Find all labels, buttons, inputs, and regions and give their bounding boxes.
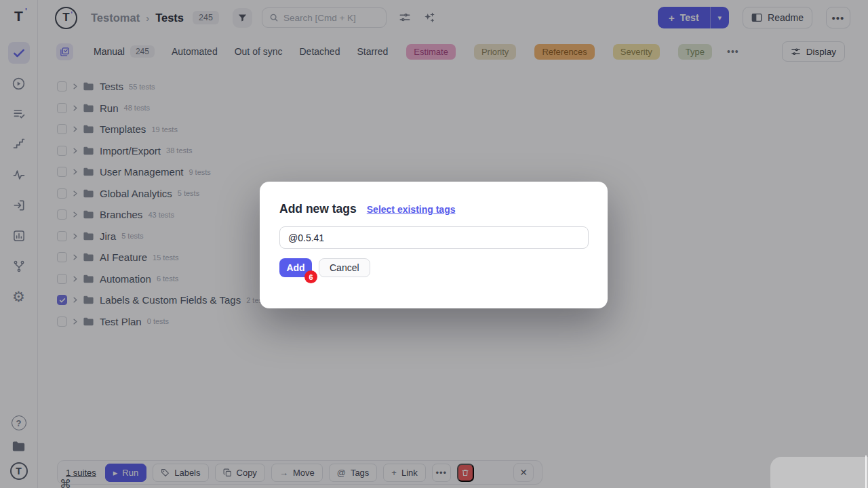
app-window: T' ⚙	[0, 0, 868, 488]
add-button[interactable]: Add 6	[279, 258, 312, 277]
add-tags-modal: Add new tags Select existing tags Add 6 …	[260, 182, 608, 308]
modal-title: Add new tags	[279, 202, 357, 216]
step-badge: 6	[304, 270, 317, 283]
scrollbar-thumb[interactable]	[865, 455, 867, 488]
modal-header: Add new tags Select existing tags	[279, 202, 588, 216]
modal-actions: Add 6 Cancel	[279, 258, 588, 277]
tag-input[interactable]	[279, 226, 589, 249]
chat-widget[interactable]	[770, 457, 868, 488]
select-existing-tags-link[interactable]: Select existing tags	[367, 204, 456, 215]
cancel-button[interactable]: Cancel	[319, 258, 370, 277]
